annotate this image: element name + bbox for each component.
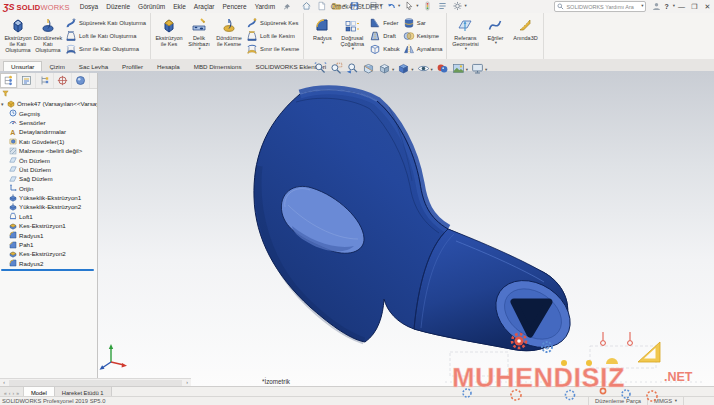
- close-button[interactable]: ✕: [701, 1, 714, 13]
- tree-item[interactable]: Katı Gövdeler(1): [0, 137, 97, 146]
- ribbon-button[interactable]: Kabuk: [369, 42, 399, 55]
- ribbon-button[interactable]: Feder: [369, 16, 399, 29]
- tree-item[interactable]: Yükseklik-Ekstrüzyon1: [0, 193, 97, 202]
- print-button[interactable]: ▾: [366, 1, 384, 13]
- feature-tree-filter[interactable]: [0, 89, 97, 97]
- tree-item[interactable]: Radyus2: [0, 259, 97, 268]
- new-doc-button[interactable]: [314, 1, 329, 13]
- ribbon-tab[interactable]: MBD Dimensions: [187, 62, 249, 71]
- ribbon-button[interactable]: Eğriler▾: [480, 14, 510, 59]
- menu-item[interactable]: Yardım: [251, 2, 279, 11]
- tree-item[interactable]: Sağ Düzlem: [0, 174, 97, 183]
- ribbon-tab[interactable]: Unsurlar: [3, 61, 42, 71]
- tree-item[interactable]: Pah1: [0, 240, 97, 249]
- edit-appearance-button[interactable]: [436, 61, 449, 79]
- dropdown-caret-icon[interactable]: ▾: [352, 47, 354, 52]
- minimize-button[interactable]: —: [675, 1, 688, 13]
- menu-item[interactable]: Pencere: [218, 2, 250, 11]
- ribbon-button[interactable]: Ekstrüzyon ile Kes: [154, 14, 184, 59]
- tree-item[interactable]: Radyus1: [0, 230, 97, 239]
- panel-tab-feature-manager[interactable]: [0, 73, 18, 88]
- view-settings-button[interactable]: ▾: [471, 61, 487, 79]
- dropdown-caret-icon[interactable]: ▾: [361, 4, 363, 9]
- dropdown-caret-icon[interactable]: ▾: [466, 68, 468, 73]
- panel-tab-display-manager[interactable]: [72, 73, 90, 88]
- dropdown-caret-icon[interactable]: ▾: [398, 4, 400, 9]
- tab-scroll-arrow[interactable]: «: [4, 390, 7, 396]
- menu-item[interactable]: Görünüm: [134, 2, 169, 11]
- menu-item[interactable]: Ekle: [169, 2, 190, 11]
- view-orientation-button[interactable]: ▾: [378, 61, 394, 79]
- tree-item[interactable]: Sensörler: [0, 118, 97, 127]
- ribbon-button[interactable]: Anında3D: [510, 14, 540, 59]
- tree-item[interactable]: ▾Örnek47 (Varsayılan<<Varsayılan>_Gö: [0, 99, 97, 108]
- ribbon-tab[interactable]: Hesapla: [150, 62, 187, 71]
- user-account-icon[interactable]: [652, 2, 661, 12]
- dropdown-caret-icon[interactable]: ▾: [343, 4, 345, 9]
- menu-item[interactable]: Araçlar: [190, 2, 219, 11]
- tree-item[interactable]: Kes-Ekstrüzyon2: [0, 249, 97, 258]
- ribbon-tab[interactable]: Sac Levha: [72, 62, 115, 71]
- tree-item[interactable]: Loft1: [0, 212, 97, 221]
- home-button[interactable]: [299, 1, 314, 13]
- menu-item[interactable]: Dosya: [76, 2, 102, 11]
- ribbon-button[interactable]: Sınır ile Kesme: [246, 42, 299, 55]
- ribbon-button[interactable]: Döndürme ile Kesme: [214, 14, 244, 59]
- ribbon-button[interactable]: Draft: [369, 29, 399, 42]
- dropdown-caret-icon[interactable]: ▾: [465, 47, 467, 52]
- ribbon-button[interactable]: Loft ile Kesim: [246, 29, 299, 42]
- pin-icon[interactable]: [283, 3, 291, 11]
- tree-item[interactable]: Kes-Ekstrüzyon1: [0, 221, 97, 230]
- dropdown-caret-icon[interactable]: ▾: [431, 68, 433, 73]
- save-button[interactable]: ▾: [347, 1, 365, 13]
- zoom-area-button[interactable]: [330, 61, 343, 79]
- ribbon-button[interactable]: Loft ile Katı Oluşturma: [65, 29, 146, 42]
- menu-item[interactable]: Düzenle: [102, 2, 134, 11]
- options-list-button[interactable]: [435, 1, 450, 13]
- section-view-button[interactable]: [362, 61, 375, 79]
- ribbon-button[interactable]: Aynalama: [403, 42, 443, 55]
- tab-scroll-arrow[interactable]: ›: [12, 390, 14, 396]
- dropdown-caret-icon[interactable]: ▾: [464, 4, 466, 9]
- dropdown-caret-icon[interactable]: ▾: [322, 41, 324, 46]
- dropdown-caret-icon[interactable]: ▾: [380, 4, 382, 9]
- tree-item[interactable]: Ön Düzlem: [0, 155, 97, 164]
- help-button[interactable]: ?: [661, 3, 671, 10]
- ribbon-button[interactable]: Referans Geometrisi▾: [450, 14, 480, 59]
- display-style-button[interactable]: ▾: [397, 61, 413, 79]
- dropdown-caret-icon[interactable]: ▾: [495, 41, 497, 46]
- ribbon-button[interactable]: Süpürerek Katı Oluşturma: [65, 16, 146, 29]
- dropdown-caret-icon[interactable]: ▾: [485, 68, 487, 73]
- ribbon-button[interactable]: Sar: [403, 16, 443, 29]
- open-button[interactable]: ▾: [329, 1, 347, 13]
- tree-item[interactable]: Yükseklik-Ekstrüzyon2: [0, 202, 97, 211]
- ribbon-tab[interactable]: Profiller: [115, 62, 150, 71]
- restore-button[interactable]: ❐: [688, 1, 701, 13]
- dropdown-caret-icon[interactable]: ▾: [411, 68, 413, 73]
- tab-scroll-arrow[interactable]: ‹: [9, 390, 11, 396]
- ribbon-button[interactable]: Sınır ile Katı Oluşturma: [65, 42, 146, 55]
- tree-item[interactable]: ADetaylandırmalar: [0, 127, 97, 136]
- ribbon-button[interactable]: Kesişme: [403, 29, 443, 42]
- part-model[interactable]: [96, 71, 714, 386]
- settings-button[interactable]: ▾: [450, 1, 468, 13]
- units-dropdown-icon[interactable]: ▾: [675, 399, 677, 404]
- dropdown-caret-icon[interactable]: ▾: [416, 4, 418, 9]
- tree-item[interactable]: Geçmiş: [0, 108, 97, 117]
- ribbon-button[interactable]: Süpürerek Kes: [246, 16, 299, 29]
- previous-view-button[interactable]: [346, 61, 359, 79]
- panel-tab-dimxpert[interactable]: [54, 73, 72, 88]
- ribbon-button[interactable]: Döndürerek Katı Oluşturma: [33, 14, 63, 59]
- tree-item[interactable]: Malzeme <belirli değil>: [0, 146, 97, 155]
- dropdown-caret-icon[interactable]: ▾: [392, 68, 394, 73]
- panel-tab-property-manager[interactable]: [18, 73, 36, 88]
- tab-scroll-arrow[interactable]: »: [16, 390, 19, 396]
- ribbon-button[interactable]: Delik Sihirbazı▾: [184, 14, 214, 59]
- select-button[interactable]: ▾: [402, 1, 420, 13]
- rebuild-button[interactable]: [420, 1, 435, 13]
- search-dropdown-icon[interactable]: ▾: [641, 4, 643, 9]
- hide-show-button[interactable]: ▾: [417, 61, 433, 79]
- apply-scene-button[interactable]: ▾: [452, 61, 468, 79]
- zoom-fit-button[interactable]: [314, 61, 327, 79]
- panel-tab-configuration-manager[interactable]: [36, 73, 54, 88]
